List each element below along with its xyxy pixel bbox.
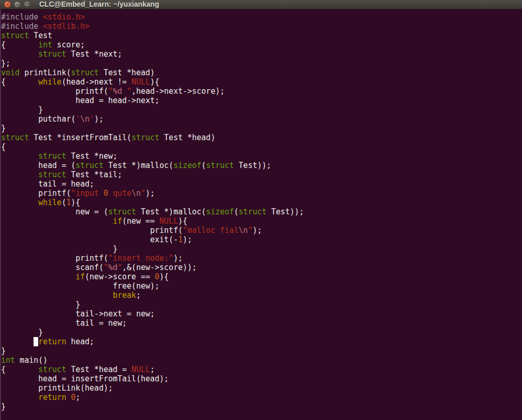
code-line: tail = new; [1,318,522,328]
code-line: }; [1,59,522,68]
code-line: scanf("%d",&(new->score)); [1,263,522,272]
close-button[interactable]: ✕ [4,1,11,8]
code-line: { while(head->next != NULL){ [1,77,522,87]
code-line: head = head->next; [1,96,522,105]
code-line: struct Test *new; [1,152,522,161]
vim-statusline: 36,1-8 Top [0,411,522,420]
code-line: printf("%d ",head->next->score); [1,87,522,96]
terminal-screen[interactable]: #include <stdio.h>#include <stdlib.h>str… [0,9,522,420]
maximize-button[interactable] [24,1,30,8]
code-line: head = insertFromTail(head); [1,374,522,383]
minimize-button[interactable]: − [14,1,21,8]
code-line: #include <stdio.h> [1,12,522,22]
code-line: struct Test *next; [1,49,522,59]
code-line: struct Test [1,31,522,40]
code-line: if(new == NULL){ [1,216,522,226]
code-line: #include <stdlib.h> [1,22,522,31]
code-line: putchar('\n'); [1,114,522,124]
code-line: head = (struct Test *)malloc(sizeof(stru… [1,161,522,170]
code-line: return 0; [1,393,522,402]
code-line: struct Test *tail; [1,170,522,179]
code-line: int main() [1,356,522,365]
code-line: { int score; [1,40,522,49]
code-line: break; [1,291,522,300]
vim-buffer: #include <stdio.h>#include <stdlib.h>str… [1,12,522,411]
code-line: } [1,402,522,411]
code-line: { struct Test *head = NULL; [1,365,522,374]
code-line: printf("malloc fial\n"); [1,226,522,235]
close-icon: ✕ [5,2,10,8]
code-line: exit(-1); [1,235,522,244]
desktop: { "window": { "title": "CLC@Embed_Learn:… [0,0,522,420]
code-line: } [1,300,522,309]
window-titlebar[interactable]: ✕ − CLC@Embed_Learn: ~/yuxiankang [0,0,522,9]
vim-cursor [34,337,38,346]
code-line: struct Test *insertFromTail(struct Test … [1,133,522,142]
window-title: CLC@Embed_Learn: ~/yuxiankang [39,0,159,9]
code-line: return head; [1,337,522,346]
code-line: new = (struct Test *)malloc(sizeof(struc… [1,207,522,216]
code-line: } [1,105,522,114]
code-line: tail->next = new; [1,309,522,318]
code-line: printf("insert node:"); [1,254,522,263]
minimize-icon: − [14,2,20,8]
code-line: if(new->score == 0){ [1,272,522,281]
code-line: tail = head; [1,179,522,189]
code-line: printLink(head); [1,383,522,393]
maximize-icon [25,3,29,7]
code-line: } [1,346,522,356]
code-line: free(new); [1,281,522,291]
code-line: printf("input 0 qute\n"); [1,189,522,198]
code-line: } [1,124,522,133]
code-line: { [1,142,522,152]
code-line: while(1){ [1,198,522,207]
code-line: } [1,328,522,337]
code-line: void printLink(struct Test *head) [1,68,522,77]
code-line: } [1,244,522,254]
